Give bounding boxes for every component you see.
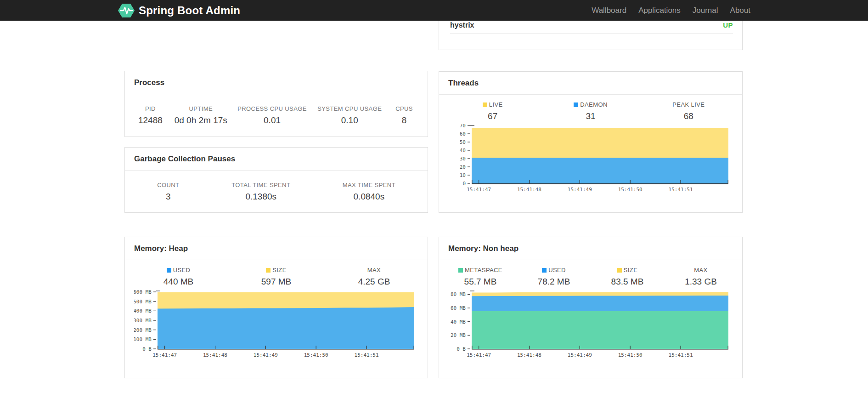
svg-text:15:41:48: 15:41:48 xyxy=(203,352,227,358)
nonheap-area-chart: 15:41:4715:41:4815:41:4915:41:5015:41:51… xyxy=(448,290,734,359)
heap-card-header: Memory: Heap xyxy=(125,237,428,260)
nonheap-card-title: Memory: Non heap xyxy=(448,244,519,253)
legend-value: 4.25 GB xyxy=(325,277,423,287)
svg-text:30: 30 xyxy=(460,156,466,162)
memory-nonheap-card: Memory: Non heap METASPACE 55.7 MB USED … xyxy=(439,237,743,378)
svg-text:15:41:47: 15:41:47 xyxy=(152,352,177,358)
nav-about[interactable]: About xyxy=(724,6,750,15)
svg-text:0: 0 xyxy=(462,181,466,187)
threads-card: Threads LIVE 67 DAEMON 31 PEAK LIVE 68 1… xyxy=(439,71,743,213)
legend-label: USED xyxy=(130,267,227,273)
svg-text:15:41:47: 15:41:47 xyxy=(467,187,491,193)
svg-text:15:41:47: 15:41:47 xyxy=(467,352,491,358)
legend-max: MAX 1.33 GB xyxy=(664,267,738,287)
nav-journal[interactable]: Journal xyxy=(687,6,724,15)
svg-text:15:41:50: 15:41:50 xyxy=(618,352,643,358)
svg-text:0 B: 0 B xyxy=(457,346,466,352)
nav-applications[interactable]: Applications xyxy=(632,6,687,15)
heap-area-chart: 15:41:4715:41:4815:41:4915:41:5015:41:51… xyxy=(134,290,419,359)
size-swatch-icon xyxy=(617,268,622,273)
heap-chart: 15:41:4715:41:4815:41:4915:41:5015:41:51… xyxy=(125,287,428,359)
svg-text:100 MB: 100 MB xyxy=(134,336,152,342)
metric-label: PROCESS CPU USAGE xyxy=(231,105,314,112)
metric-value: 3 xyxy=(130,192,207,202)
svg-text:20 MB: 20 MB xyxy=(451,332,466,338)
svg-text:70: 70 xyxy=(460,124,466,129)
daemon-swatch-icon xyxy=(574,102,578,107)
legend-label: MAX xyxy=(664,267,738,273)
svg-text:400 MB: 400 MB xyxy=(134,308,152,314)
legend-value: 31 xyxy=(541,111,639,121)
svg-text:10: 10 xyxy=(460,172,466,178)
svg-text:15:41:49: 15:41:49 xyxy=(254,352,278,358)
legend-size: SIZE 597 MB xyxy=(227,267,325,287)
spring-boot-admin-logo-icon xyxy=(118,3,135,18)
metric-uptime: UPTIME 0d 0h 2m 17s xyxy=(171,105,231,125)
svg-text:500 MB: 500 MB xyxy=(134,299,152,305)
used-swatch-icon xyxy=(167,268,171,273)
svg-text:80 MB: 80 MB xyxy=(451,291,466,297)
threads-chart: 15:41:4715:41:4815:41:4915:41:5015:41:51… xyxy=(439,121,742,194)
legend-value: 68 xyxy=(640,111,738,121)
nonheap-chart: 15:41:4715:41:4815:41:4915:41:5015:41:51… xyxy=(439,287,742,359)
legend-peak-live: PEAK LIVE 68 xyxy=(640,101,738,121)
legend-text: USED xyxy=(173,267,191,273)
legend-text: MAX xyxy=(694,267,707,273)
legend-label: USED xyxy=(517,267,591,273)
nav-wallboard[interactable]: Wallboard xyxy=(586,6,632,15)
process-card-header: Process xyxy=(125,71,428,94)
svg-text:300 MB: 300 MB xyxy=(134,318,152,324)
size-swatch-icon xyxy=(266,268,271,273)
threads-area-chart: 15:41:4715:41:4815:41:4915:41:5015:41:51… xyxy=(448,124,734,194)
svg-text:15:41:49: 15:41:49 xyxy=(568,352,592,358)
metric-gc-max-time: MAX TIME SPENT 0.0840s xyxy=(315,182,423,202)
threads-card-title: Threads xyxy=(448,79,479,87)
metaspace-swatch-icon xyxy=(458,268,463,273)
process-card-title: Process xyxy=(134,78,164,87)
heap-card-title: Memory: Heap xyxy=(134,244,188,253)
metric-value: 0.10 xyxy=(314,115,385,125)
metric-value: 12488 xyxy=(130,115,171,125)
threads-legend: LIVE 67 DAEMON 31 PEAK LIVE 68 xyxy=(439,95,742,121)
legend-value: 78.2 MB xyxy=(517,277,591,287)
svg-text:40 MB: 40 MB xyxy=(451,319,466,325)
process-metrics: PID 12488 UPTIME 0d 0h 2m 17s PROCESS CP… xyxy=(125,94,428,125)
live-swatch-icon xyxy=(483,102,487,107)
gc-card-title: Garbage Collection Pauses xyxy=(134,154,235,163)
legend-text: SIZE xyxy=(624,267,638,273)
status-badge: UP xyxy=(723,21,733,29)
svg-text:60 MB: 60 MB xyxy=(451,305,466,311)
metric-label: TOTAL TIME SPENT xyxy=(207,182,315,188)
legend-text: METASPACE xyxy=(465,267,502,273)
svg-text:15:41:50: 15:41:50 xyxy=(618,187,643,193)
metric-label: PID xyxy=(130,105,171,112)
metric-system-cpu: SYSTEM CPU USAGE 0.10 xyxy=(314,105,385,125)
metric-pid: PID 12488 xyxy=(130,105,171,125)
metric-cpus: CPUS 8 xyxy=(385,105,423,125)
legend-label: LIVE xyxy=(444,101,541,108)
top-navbar: Spring Boot Admin Wallboard Applications… xyxy=(0,0,868,21)
threads-card-header: Threads xyxy=(439,72,742,95)
legend-metaspace: METASPACE 55.7 MB xyxy=(444,267,517,287)
legend-value: 597 MB xyxy=(227,277,325,287)
svg-text:200 MB: 200 MB xyxy=(134,327,152,333)
legend-label: MAX xyxy=(325,267,423,273)
metric-gc-total-time: TOTAL TIME SPENT 0.1380s xyxy=(207,182,315,202)
svg-text:15:41:51: 15:41:51 xyxy=(355,352,379,358)
metric-value: 0.01 xyxy=(231,115,314,125)
health-indicator-name: hystrix xyxy=(450,21,474,29)
metric-label: COUNT xyxy=(130,182,207,188)
legend-used: USED 78.2 MB xyxy=(517,267,591,287)
svg-text:20: 20 xyxy=(460,164,466,170)
svg-text:15:41:50: 15:41:50 xyxy=(304,352,328,358)
svg-text:50: 50 xyxy=(460,139,466,145)
legend-label: DAEMON xyxy=(541,101,639,108)
gc-card: Garbage Collection Pauses COUNT 3 TOTAL … xyxy=(124,147,428,213)
nonheap-card-header: Memory: Non heap xyxy=(439,237,742,260)
legend-daemon: DAEMON 31 xyxy=(541,101,639,121)
legend-value: 440 MB xyxy=(130,277,227,287)
svg-text:40: 40 xyxy=(460,148,466,154)
legend-value: 55.7 MB xyxy=(444,277,517,287)
brand[interactable]: Spring Boot Admin xyxy=(118,3,240,18)
legend-max: MAX 4.25 GB xyxy=(325,267,423,287)
